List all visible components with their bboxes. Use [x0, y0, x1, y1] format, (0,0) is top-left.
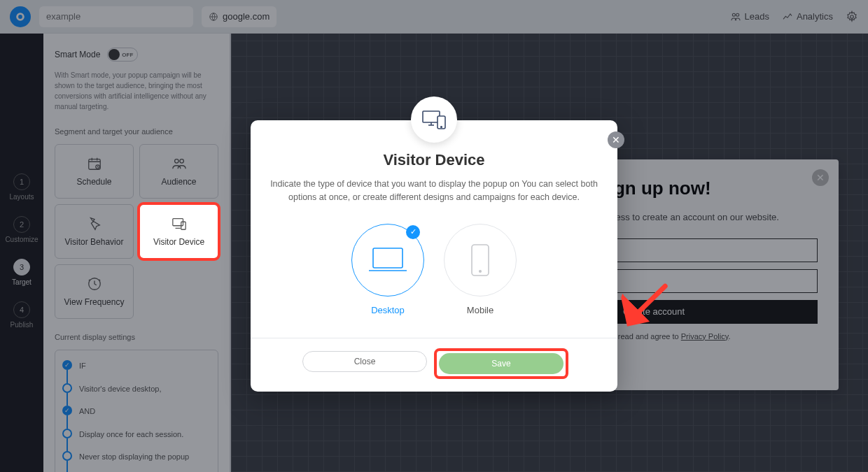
svg-point-4 — [736, 13, 738, 16]
close-icon: ✕ — [816, 172, 825, 183]
calendar-icon — [85, 156, 104, 171]
rule-list: ✓ IF Visitor's device desktop, ✓ AND Dis… — [55, 350, 218, 472]
analytics-icon — [782, 11, 793, 22]
segment-title: Segment and target your audience — [55, 127, 218, 136]
smart-mode-label: Smart Mode — [55, 50, 100, 59]
device-option-mobile[interactable]: Mobile — [444, 224, 517, 315]
step-rail: 1 Layouts 2 Customize 3 Target 4 Publish — [0, 34, 43, 472]
svg-point-8 — [174, 159, 178, 164]
card-audience[interactable]: Audience — [139, 144, 218, 199]
chat-icon — [15, 12, 25, 22]
current-settings-title: Current display settings — [55, 333, 218, 341]
modal-title: Visitor Device — [270, 151, 598, 169]
step-layouts[interactable]: 1 Layouts — [9, 173, 34, 201]
search-input[interactable] — [39, 6, 193, 27]
app-logo[interactable] — [10, 6, 31, 27]
card-visitor-behavior[interactable]: Visitor Behavior — [55, 204, 134, 259]
device-option-desktop[interactable]: ✓ Desktop — [351, 224, 424, 315]
preview-close-button[interactable]: ✕ — [812, 169, 829, 186]
laptop-icon — [368, 245, 408, 275]
rule-dot — [62, 429, 72, 438]
modal-description: Indicate the type of device that you wan… — [270, 178, 598, 204]
leads-link[interactable]: Leads — [730, 11, 769, 22]
check-icon: ✓ — [62, 406, 72, 415]
step-target[interactable]: 3 Target — [12, 259, 31, 286]
step-publish[interactable]: 4 Publish — [10, 301, 34, 329]
svg-point-18 — [479, 270, 482, 272]
gear-icon — [846, 10, 858, 23]
analytics-label: Analytics — [797, 11, 833, 22]
check-icon: ✓ — [62, 360, 72, 370]
rule-dot — [62, 383, 72, 393]
users-icon — [730, 11, 741, 22]
svg-point-5 — [850, 15, 854, 18]
mobile-icon — [470, 243, 491, 277]
svg-point-15 — [441, 127, 442, 128]
step-customize[interactable]: 2 Customize — [5, 216, 38, 243]
svg-rect-16 — [373, 248, 402, 268]
frequency-icon — [85, 276, 104, 292]
svg-point-9 — [179, 159, 183, 164]
card-view-frequency[interactable]: View Frequency — [55, 264, 134, 319]
close-icon: ✕ — [612, 134, 620, 145]
rule-dot — [62, 451, 72, 461]
card-visitor-device[interactable]: Visitor Device — [139, 204, 218, 259]
device-icon — [169, 216, 189, 231]
modal-cancel-button[interactable]: Close — [302, 351, 427, 372]
modal-close-button[interactable]: ✕ — [608, 131, 624, 148]
audience-icon — [169, 156, 189, 171]
svg-rect-6 — [88, 159, 100, 170]
smart-mode-description: With Smart mode, your popup campaign wil… — [55, 70, 218, 112]
settings-panel: Smart Mode OFF With Smart mode, your pop… — [43, 34, 231, 472]
analytics-link[interactable]: Analytics — [782, 11, 833, 22]
modal-save-button[interactable]: Save — [439, 353, 564, 374]
svg-point-1 — [18, 15, 22, 19]
url-text: google.com — [223, 11, 270, 22]
smart-mode-toggle[interactable]: OFF — [107, 48, 138, 62]
url-display[interactable]: google.com — [202, 6, 276, 27]
device-icon — [421, 109, 447, 130]
privacy-policy-link[interactable]: Privacy Policy — [681, 332, 729, 341]
check-icon: ✓ — [406, 225, 420, 239]
card-schedule[interactable]: Schedule — [55, 144, 134, 199]
svg-point-3 — [732, 13, 735, 16]
behavior-icon — [85, 216, 104, 231]
modal-header-icon — [411, 96, 457, 143]
visitor-device-modal: ✕ Visitor Device Indicate the type of de… — [251, 120, 617, 392]
globe-icon — [209, 12, 218, 22]
topbar: google.com Leads Analytics — [0, 0, 868, 34]
settings-button[interactable] — [846, 10, 858, 23]
leads-label: Leads — [745, 11, 769, 22]
